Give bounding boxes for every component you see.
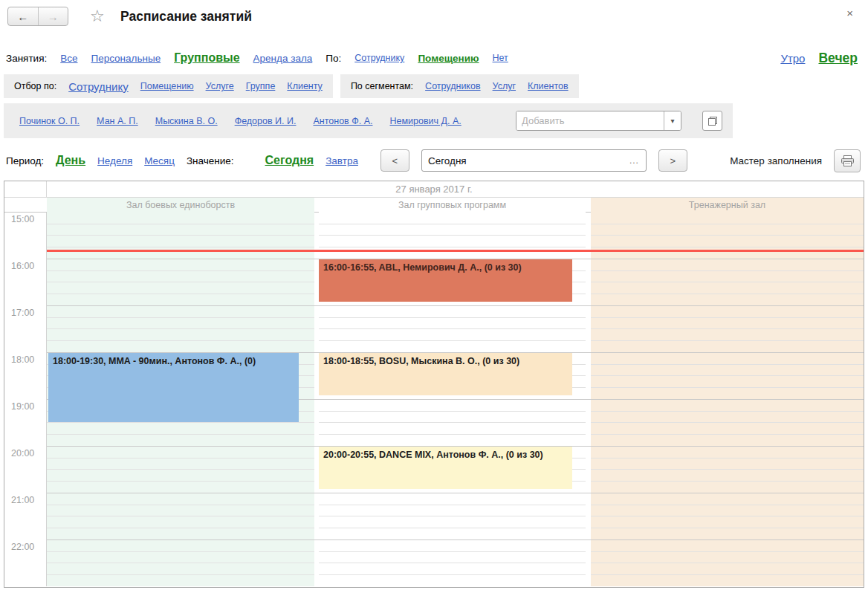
time-label: 19:00	[11, 401, 34, 412]
column-header-gym: Тренажерный зал	[591, 198, 864, 213]
filter-rent-link[interactable]: Аренда зала	[253, 53, 313, 64]
event-block-abl[interactable]: 16:00-16:55, ABL, Немирович Д. А., (0 из…	[319, 259, 572, 302]
by-employee-link[interactable]: Сотруднику	[354, 53, 404, 63]
date-value: Сегодня	[428, 155, 626, 166]
calendar-date-row: 27 января 2017 г.	[4, 181, 864, 198]
print-button[interactable]	[834, 149, 861, 172]
segment-employees-link[interactable]: Сотрудников	[425, 81, 480, 91]
employee-link[interactable]: Немирович Д. А.	[389, 116, 461, 126]
by-room-link[interactable]: Помещению	[418, 53, 479, 64]
divider	[46, 181, 47, 197]
history-nav: ← →	[7, 7, 68, 26]
filter-group-link[interactable]: Групповые	[174, 51, 239, 65]
employee-link[interactable]: Починок О. П.	[19, 116, 80, 126]
event-block-mma[interactable]: 18:00-19:30, MMA - 90мин., Антонов Ф. А.…	[48, 353, 299, 422]
event-block-dance-mix[interactable]: 20:00-20:55, DANCE MIX, Антонов Ф. А., (…	[319, 447, 572, 489]
time-label: 20:00	[11, 448, 34, 458]
close-icon[interactable]: ×	[846, 7, 853, 19]
segment-services-link[interactable]: Услуг	[493, 81, 516, 91]
employee-link[interactable]: Мыскина В. О.	[155, 116, 218, 126]
calendar-date-title: 27 января 2017 г.	[395, 184, 472, 195]
chevron-down-icon[interactable]: ▾	[664, 111, 681, 130]
column-header-group-hall: Зал групповых программ	[319, 198, 586, 213]
favorite-star-icon[interactable]: ☆	[90, 7, 105, 26]
fill-master-button[interactable]: Мастер заполнения	[730, 155, 822, 166]
by-label: По:	[326, 53, 341, 64]
printer-icon	[841, 155, 854, 166]
morning-link[interactable]: Утро	[780, 52, 805, 65]
by-none-link[interactable]: Нет	[493, 53, 508, 63]
time-label: 17:00	[11, 308, 34, 318]
lessons-filter-row: Занятия: Все Персональные Групповые Арен…	[6, 48, 858, 68]
open-picker-button[interactable]	[702, 111, 722, 131]
evening-link[interactable]: Вечер	[818, 51, 858, 66]
event-block-bosu[interactable]: 18:00-18:55, BOSU, Мыскина В. О., (0 из …	[319, 353, 572, 395]
employee-link[interactable]: Федоров И. И.	[235, 116, 297, 126]
next-day-button[interactable]: >	[658, 149, 687, 172]
time-label: 15:00	[11, 214, 34, 224]
date-picker-ellipsis[interactable]: ...	[626, 155, 643, 166]
add-employee-combo: ▾	[516, 111, 681, 131]
period-row: Период: День Неделя Месяц Значение: Сего…	[6, 148, 861, 173]
time-label: 21:00	[11, 495, 34, 505]
segments-label: По сегментам:	[351, 81, 413, 91]
filter-by-label: Отбор по:	[14, 81, 56, 91]
back-arrow-icon[interactable]: ←	[8, 7, 39, 25]
time-label: 22:00	[11, 542, 34, 552]
period-label: Период:	[6, 155, 44, 166]
open-picker-icon	[708, 117, 717, 126]
filter-by-service-link[interactable]: Услуге	[206, 81, 234, 91]
column-header-martial-hall: Зал боевых единоборств	[47, 198, 314, 213]
filter-personal-link[interactable]: Персональные	[91, 53, 161, 64]
time-label: 16:00	[11, 261, 34, 271]
time-gutter: 15:00 16:00 17:00 18:00 19:00 20:00 21:0…	[4, 213, 47, 586]
employee-link[interactable]: Ман А. П.	[97, 116, 138, 126]
forward-arrow-icon[interactable]: →	[39, 7, 68, 25]
employees-panel: Починок О. П. Ман А. П. Мыскина В. О. Фе…	[4, 103, 733, 138]
schedule-column-gym[interactable]	[591, 213, 864, 586]
filter-by-panel: Отбор по: Сотруднику Помещению Услуге Гр…	[4, 74, 333, 98]
calendar-header-row: Зал боевых единоборств Зал групповых про…	[4, 198, 864, 213]
segments-panel: По сегментам: Сотрудников Услуг Клиентов	[340, 74, 579, 98]
add-employee-input[interactable]	[516, 111, 664, 130]
period-day-link[interactable]: День	[56, 154, 85, 167]
prev-day-button[interactable]: <	[380, 149, 409, 172]
calendar-body: 15:00 16:00 17:00 18:00 19:00 20:00 21:0…	[4, 213, 864, 586]
period-month-link[interactable]: Месяц	[144, 155, 175, 166]
filter-by-employee-link[interactable]: Сотруднику	[68, 80, 129, 93]
value-label: Значение:	[187, 155, 234, 166]
segment-clients-link[interactable]: Клиентов	[528, 81, 569, 91]
time-label: 18:00	[11, 354, 34, 365]
page-title: Расписание занятий	[120, 9, 252, 25]
filter-by-client-link[interactable]: Клиенту	[287, 81, 323, 91]
filter-by-room-link[interactable]: Помещению	[140, 81, 194, 91]
preset-tomorrow-link[interactable]: Завтра	[326, 155, 358, 166]
date-value-box[interactable]: Сегодня ...	[421, 149, 647, 172]
preset-today-link[interactable]: Сегодня	[265, 154, 314, 167]
selection-row: Отбор по: Сотруднику Помещению Услуге Гр…	[4, 74, 864, 98]
current-time-line	[47, 250, 864, 252]
schedule-calendar: 27 января 2017 г. Зал боевых единоборств…	[4, 181, 864, 588]
employee-link[interactable]: Антонов Ф. А.	[313, 116, 372, 126]
period-week-link[interactable]: Неделя	[97, 155, 132, 166]
filter-by-group-link[interactable]: Группе	[246, 81, 276, 91]
lessons-label: Занятия:	[6, 53, 47, 64]
filter-all-link[interactable]: Все	[60, 53, 77, 64]
